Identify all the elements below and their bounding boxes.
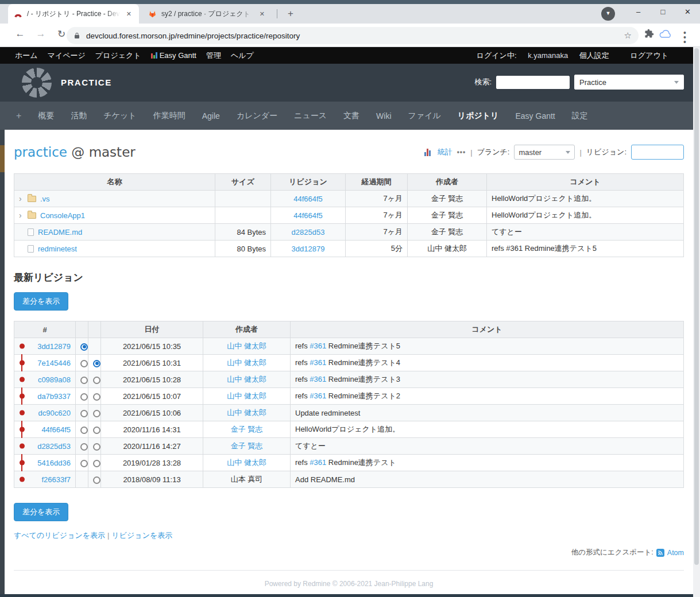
address-bar[interactable]: devcloud.forest.morson.jp/redmine/projec…	[67, 27, 639, 44]
forward-button[interactable]: →	[33, 28, 48, 40]
author-link[interactable]: 金子 賢志	[231, 425, 263, 433]
menu-home[interactable]: ホーム	[15, 51, 38, 61]
revision-link[interactable]: f26633f7	[41, 475, 71, 484]
diff-from-radio[interactable]	[80, 343, 88, 351]
diff-to-radio[interactable]	[93, 443, 100, 451]
menu-mypage[interactable]: マイページ	[48, 51, 86, 61]
show-revisions-link[interactable]: リビジョンを表示	[111, 531, 172, 540]
diff-from-radio[interactable]	[80, 460, 88, 467]
revision-link[interactable]: 44f664f5	[41, 425, 71, 434]
nav-files[interactable]: ファイル	[408, 111, 441, 121]
author-link[interactable]: 金子 賢志	[231, 441, 263, 450]
diff-to-radio[interactable]	[93, 427, 100, 434]
nav-overview[interactable]: 概要	[38, 111, 54, 121]
author-link[interactable]: 山中 健太郎	[227, 458, 266, 467]
menu-logout[interactable]: ログアウト	[630, 51, 668, 60]
nav-calendar[interactable]: カレンダー	[237, 111, 277, 121]
nav-activity[interactable]: 活動	[71, 111, 87, 121]
logged-user[interactable]: k.yamanaka	[528, 51, 568, 60]
revision-link[interactable]: 3dd12879	[292, 245, 325, 253]
page-scrollbar[interactable]	[693, 47, 700, 597]
more-actions-icon[interactable]: •••	[457, 148, 466, 156]
diff-to-radio[interactable]	[93, 460, 100, 467]
author-link[interactable]: 山中 健太郎	[227, 408, 266, 417]
menu-admin[interactable]: 管理	[206, 51, 221, 61]
file-link[interactable]: .vs	[40, 195, 50, 203]
browser-tab-inactive[interactable]: sy2 / practice · プロジェクト・管理者 ✕	[142, 4, 272, 24]
nav-wiki[interactable]: Wiki	[376, 111, 391, 121]
diff-to-radio[interactable]	[93, 476, 100, 484]
nav-settings[interactable]: 設定	[572, 111, 588, 121]
revision-link[interactable]: 3dd12879	[37, 342, 71, 351]
bookmark-star-icon[interactable]: ☆	[624, 30, 632, 41]
project-jump-select[interactable]: Practice	[574, 75, 684, 90]
expand-chevron-icon[interactable]: ›	[19, 196, 24, 201]
file-link[interactable]: redminetest	[38, 245, 77, 253]
tab-close-icon[interactable]: ✕	[125, 9, 133, 19]
nav-news[interactable]: ニュース	[294, 111, 327, 121]
browser-tab-active[interactable]: / - リポジトリ - Practice - DevCloud ✕	[8, 4, 139, 24]
extensions-puzzle-icon[interactable]	[644, 29, 654, 41]
issue-link[interactable]: #361	[310, 375, 326, 383]
stats-link[interactable]: 統計	[438, 147, 453, 157]
diff-from-radio[interactable]	[80, 427, 88, 434]
menu-personal-settings[interactable]: 個人設定	[579, 51, 609, 60]
issue-link[interactable]: #361	[310, 342, 326, 350]
author-link[interactable]: 山中 健太郎	[227, 358, 266, 367]
window-close-button[interactable]: ✕	[675, 0, 700, 24]
author-link[interactable]: 山中 健太郎	[227, 342, 266, 350]
search-input[interactable]	[496, 76, 570, 89]
nav-repository[interactable]: リポジトリ	[458, 111, 499, 121]
tab-search-button[interactable]: ▼	[601, 7, 615, 21]
revision-link[interactable]: 44f664f5	[293, 211, 323, 220]
nav-documents[interactable]: 文書	[343, 111, 359, 121]
revision-link[interactable]: d2825d53	[37, 442, 71, 451]
diff-to-radio[interactable]	[93, 360, 100, 367]
revision-link[interactable]: 7e145446	[37, 359, 71, 367]
view-diff-button[interactable]: 差分を表示	[14, 503, 68, 521]
branch-select[interactable]: master	[514, 145, 575, 160]
author-link[interactable]: 山中 健太郎	[227, 375, 266, 383]
nav-new-object[interactable]: +	[16, 111, 21, 121]
url-text[interactable]: devcloud.forest.morson.jp/redmine/projec…	[86, 32, 618, 40]
expand-chevron-icon[interactable]: ›	[19, 212, 24, 218]
menu-easy-gantt[interactable]: Easy Gantt	[160, 51, 196, 60]
diff-from-radio[interactable]	[80, 410, 88, 417]
issue-link[interactable]: #361	[310, 458, 326, 467]
window-maximize-button[interactable]: □	[651, 0, 675, 24]
revision-link[interactable]: 5416dd36	[37, 459, 71, 467]
file-link[interactable]: ConsoleApp1	[40, 211, 85, 220]
diff-to-radio[interactable]	[93, 377, 100, 384]
tab-close-icon[interactable]: ✕	[258, 9, 266, 19]
diff-from-radio[interactable]	[80, 360, 88, 367]
file-link[interactable]: README.md	[38, 228, 82, 237]
cloud-extension-icon[interactable]	[659, 30, 672, 41]
diff-to-radio[interactable]	[93, 410, 100, 417]
revision-link[interactable]: dc90c620	[38, 409, 71, 417]
author-link[interactable]: 山中 健太郎	[227, 391, 266, 400]
nav-issues[interactable]: チケット	[103, 111, 136, 121]
revision-input[interactable]	[631, 145, 684, 160]
issue-link[interactable]: #361	[310, 391, 326, 400]
nav-easy-gantt[interactable]: Easy Gantt	[515, 111, 555, 121]
nav-agile[interactable]: Agile	[202, 111, 220, 121]
nav-time[interactable]: 作業時間	[153, 111, 185, 121]
revision-link[interactable]: d2825d53	[292, 228, 325, 237]
revision-link[interactable]: c0989a08	[38, 375, 71, 384]
view-diff-button[interactable]: 差分を表示	[14, 292, 68, 311]
diff-from-radio[interactable]	[80, 377, 88, 384]
revision-link[interactable]: da7b9337	[37, 392, 71, 401]
issue-link[interactable]: #361	[310, 358, 326, 367]
diff-from-radio[interactable]	[80, 393, 88, 401]
atom-link[interactable]: Atom	[667, 549, 684, 557]
diff-to-radio[interactable]	[93, 393, 100, 401]
diff-from-radio[interactable]	[80, 443, 88, 451]
back-button[interactable]: ←	[13, 28, 28, 40]
scrollbar-thumb[interactable]	[694, 48, 699, 565]
browser-menu-icon[interactable]: •••	[683, 30, 686, 44]
new-tab-button[interactable]: +	[284, 7, 297, 21]
revision-link[interactable]: 44f664f5	[293, 195, 323, 203]
menu-projects[interactable]: プロジェクト	[95, 51, 141, 61]
show-all-revisions-link[interactable]: すべてのリビジョンを表示	[14, 531, 105, 540]
window-minimize-button[interactable]: –	[626, 0, 651, 24]
